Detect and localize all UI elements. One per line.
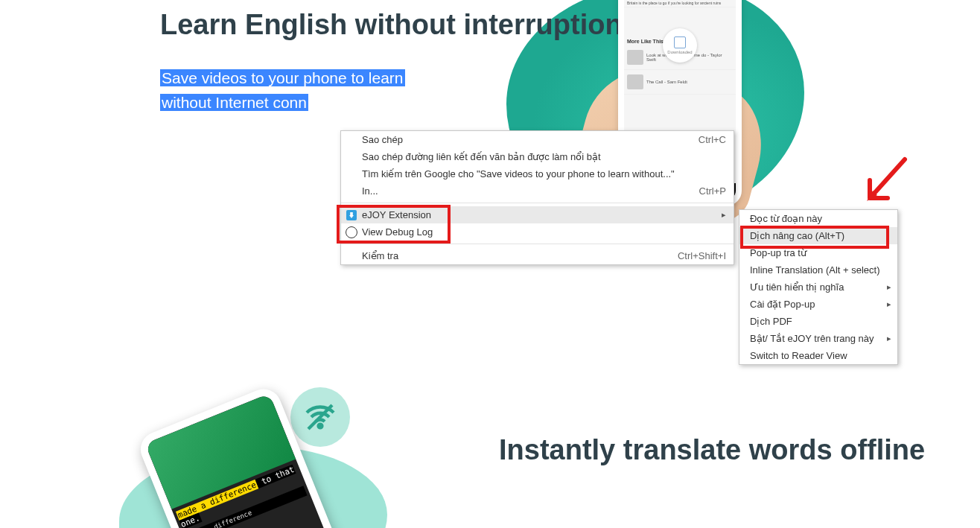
- ctx-debug-label: View Debug Log: [362, 226, 433, 238]
- submenu-popup-lookup-label: Pop-up tra từ: [750, 247, 806, 258]
- ctx-google-search-label: Tìm kiếm trên Google cho "Save videos to…: [362, 168, 675, 179]
- debug-icon: [346, 226, 357, 238]
- ctx-separator: [341, 244, 734, 244]
- ctx-copy[interactable]: Sao chép Ctrl+C: [341, 131, 734, 148]
- ctx-copy-label: Sao chép: [362, 134, 403, 145]
- submenu-advanced-translate-label: Dịch nâng cao (Alt+T): [750, 230, 844, 241]
- ejoy-icon: [346, 209, 357, 221]
- submenu-popup-settings[interactable]: Cài đặt Pop-up: [739, 296, 897, 313]
- downloaded-label: Downloaded: [667, 50, 692, 54]
- phone1-row: The Call - Sam Feldt: [624, 70, 736, 95]
- ctx-inspect[interactable]: Kiểm tra Ctrl+Shift+I: [341, 247, 734, 264]
- svg-line-2: [871, 159, 905, 197]
- selected-text-line2[interactable]: without Internet conn: [160, 94, 308, 111]
- submenu-popup-settings-label: Cài đặt Pop-up: [750, 299, 815, 310]
- submenu-reader-label: Switch to Reader View: [750, 350, 847, 361]
- submenu-advanced-translate[interactable]: Dịch nâng cao (Alt+T): [739, 227, 897, 244]
- ctx-copy-shortcut: Ctrl+C: [699, 134, 726, 145]
- submenu-translate-pdf-label: Dịch PDF: [750, 316, 792, 327]
- phone1-sub: Britain is the place to go if you're loo…: [624, 0, 736, 7]
- submenu-prefer-meaning-label: Ưu tiên hiển thị nghĩa: [750, 282, 844, 293]
- ctx-copy-link[interactable]: Sao chép đường liên kết đến văn bản được…: [341, 148, 734, 165]
- submenu-toggle-page[interactable]: Bật/ Tắt eJOY trên trang này: [739, 330, 897, 347]
- ctx-separator: [341, 203, 734, 203]
- context-menu: Sao chép Ctrl+C Sao chép đường liên kết …: [340, 130, 734, 265]
- ctx-print-label: In...: [362, 185, 378, 197]
- ctx-google-search[interactable]: Tìm kiếm trên Google cho "Save videos to…: [341, 165, 734, 182]
- download-icon: [674, 36, 686, 48]
- ejoy-submenu: Đọc từ đoạn này Dịch nâng cao (Alt+T) Po…: [739, 209, 898, 365]
- submenu-popup-lookup[interactable]: Pop-up tra từ: [739, 244, 897, 261]
- submenu-read-paragraph[interactable]: Đọc từ đoạn này: [739, 210, 897, 227]
- submenu-inline-label: Inline Translation (Alt + select): [750, 264, 880, 276]
- submenu-inline-translation[interactable]: Inline Translation (Alt + select): [739, 261, 897, 279]
- ctx-print-shortcut: Ctrl+P: [699, 185, 726, 197]
- submenu-prefer-meaning[interactable]: Ưu tiên hiển thị nghĩa: [739, 279, 897, 296]
- svg-point-0: [319, 424, 322, 428]
- ctx-ejoy-extension[interactable]: eJOY Extension: [341, 206, 734, 223]
- submenu-translate-pdf[interactable]: Dịch PDF: [739, 313, 897, 330]
- ctx-print[interactable]: In... Ctrl+P: [341, 182, 734, 200]
- hero-subtitle: Save videos to your phone to learn witho…: [160, 66, 465, 115]
- annotation-arrow-icon: [856, 150, 916, 210]
- ctx-debug-log[interactable]: View Debug Log: [341, 223, 734, 241]
- ctx-copy-link-label: Sao chép đường liên kết đến văn bản được…: [362, 151, 601, 162]
- ctx-inspect-shortcut: Ctrl+Shift+I: [678, 250, 726, 261]
- ctx-ejoy-label: eJOY Extension: [362, 209, 431, 220]
- wifi-off-icon: [290, 387, 350, 447]
- ctx-inspect-label: Kiểm tra: [362, 250, 398, 261]
- second-hero-title: Instantly translate words offline: [499, 432, 925, 468]
- submenu-read-label: Đọc từ đoạn này: [750, 213, 822, 224]
- svg-marker-3: [867, 191, 877, 201]
- submenu-toggle-page-label: Bật/ Tắt eJOY trên trang này: [750, 333, 874, 344]
- selected-text-line1[interactable]: Save videos to your phone to learn: [160, 69, 405, 86]
- submenu-reader-view[interactable]: Switch to Reader View: [739, 347, 897, 364]
- downloaded-badge: Downloaded: [663, 28, 697, 63]
